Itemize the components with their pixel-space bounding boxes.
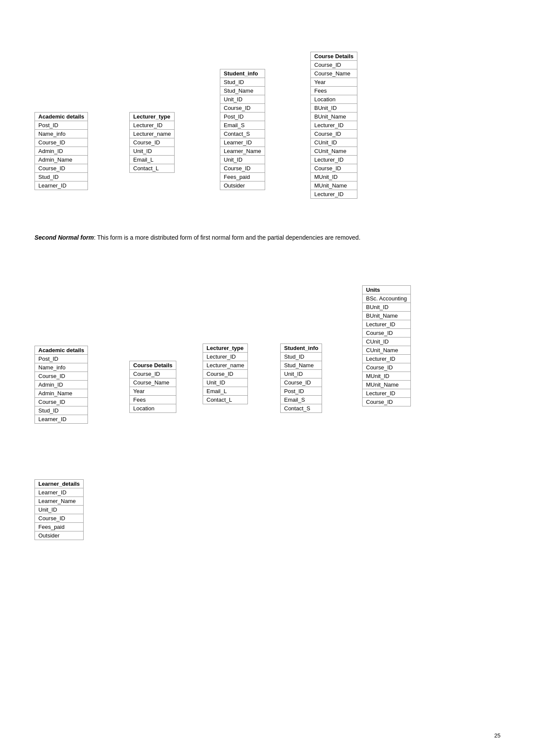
table-row: Learner_ID <box>220 138 265 147</box>
table-row: Course_ID <box>130 138 175 147</box>
table-row: Course_Name <box>311 69 357 78</box>
table-row: Course_ID <box>311 164 357 173</box>
table-row: Course_ID <box>35 164 88 173</box>
normal-form-label: Second Normal form <box>34 234 94 241</box>
table-row: Unit_ID <box>130 147 175 156</box>
s2-academic-table: Academic details Post_ID Name_info Cours… <box>34 346 88 424</box>
table-row: Course_ID <box>220 164 265 173</box>
s1-student-header: Student_info <box>220 69 265 78</box>
table-row: Email_L <box>203 387 248 396</box>
table-row: Admin_ID <box>35 147 88 156</box>
table-row: Lecturer_ID <box>203 353 248 361</box>
s1-course-header: Course Details <box>311 52 357 61</box>
s1-academic-table: Academic details Post_ID Name_info Cours… <box>34 112 88 190</box>
table-row: Unit_ID <box>203 378 248 387</box>
section2-layout: Academic details Post_ID Name_info Cours… <box>34 259 501 466</box>
table-row: Stud_ID <box>35 173 88 181</box>
table-row: Stud_ID <box>281 353 322 361</box>
table-row: BUnit_ID <box>363 303 411 312</box>
table-row: Post_ID <box>281 387 322 396</box>
s2-course-table: Course Details Course_ID Course_Name Yea… <box>129 361 176 413</box>
table-row: Lecturer_ID <box>311 156 357 164</box>
s2-lecturer-table: Lecturer_type Lecturer_ID Lecturer_name … <box>203 344 248 404</box>
s2-units-header: Units <box>363 286 411 294</box>
table-row: Contact_L <box>203 396 248 404</box>
table-row: Lecturer_ID <box>130 121 175 130</box>
table-row: MUnit_ID <box>363 372 411 381</box>
table-row: Lecturer_ID <box>311 121 357 130</box>
table-row: Outsider <box>220 181 265 190</box>
table-row: Stud_Name <box>281 361 322 370</box>
table-row: Contact_S <box>220 130 265 138</box>
table-row: MUnit_ID <box>311 173 357 181</box>
table-row: CUnit_Name <box>363 346 411 355</box>
table-row: Contact_S <box>281 404 322 413</box>
table-row: Course_ID <box>35 514 84 523</box>
table-row: Admin_ID <box>35 381 88 389</box>
table-row: Lecturer_ID <box>363 355 411 363</box>
table-row: Course_ID <box>311 130 357 138</box>
table-row: Fees_paid <box>35 523 84 531</box>
s1-academic-header: Academic details <box>35 112 88 121</box>
table-row: Year <box>311 78 357 87</box>
table-row: Unit_ID <box>281 370 322 378</box>
table-row: Unit_ID <box>220 95 265 104</box>
table-row: Location <box>311 95 357 104</box>
section1-layout: Academic details Post_ID Name_info Cours… <box>34 26 501 220</box>
s2-student-table: Student_info Stud_ID Stud_Name Unit_ID C… <box>280 344 322 413</box>
table-row: Course_ID <box>130 370 176 378</box>
s1-course-table: Course Details Course_ID Course_Name Yea… <box>310 52 357 199</box>
table-row: Course_ID <box>363 363 411 372</box>
table-row: CUnit_ID <box>363 337 411 346</box>
s2-units-table: Units BSc. Accounting BUnit_ID BUnit_Nam… <box>362 285 411 406</box>
learner-details-header: Learner_details <box>35 480 84 488</box>
s1-lecturer-table: Lecturer_type Lecturer_ID Lecturer_name … <box>129 112 175 173</box>
s2-student-header: Student_info <box>281 344 322 353</box>
table-row: Outsider <box>35 531 84 540</box>
table-row: Course_Name <box>130 378 176 387</box>
table-row: Course_ID <box>281 378 322 387</box>
s1-student-table: Student_info Stud_ID Stud_Name Unit_ID C… <box>220 69 265 190</box>
table-row: Name_info <box>35 363 88 372</box>
table-row: Stud_ID <box>35 406 88 415</box>
table-row: Course_ID <box>203 370 248 378</box>
table-row: Location <box>130 404 176 413</box>
table-row: MUnit_Name <box>311 181 357 190</box>
s2-course-header: Course Details <box>130 361 176 370</box>
table-row: Admin_Name <box>35 389 88 398</box>
table-row: Learner_ID <box>35 181 88 190</box>
page-number: 25 <box>494 732 501 739</box>
table-row: Learner_Name <box>220 147 265 156</box>
table-row: Learner_ID <box>35 488 84 497</box>
table-row: Email_S <box>220 121 265 130</box>
table-row: Stud_ID <box>220 78 265 87</box>
table-row: Lecturer_ID <box>363 320 411 329</box>
page: Academic details Post_ID Name_info Cours… <box>0 0 535 756</box>
table-row: CUnit_ID <box>311 138 357 147</box>
table-row: Fees <box>311 87 357 95</box>
table-row: BUnit_Name <box>363 312 411 320</box>
table-row: Lecturer_ID <box>363 389 411 398</box>
s2-academic-header: Academic details <box>35 346 88 355</box>
table-row: Course_ID <box>363 329 411 337</box>
table-row: BSc. Accounting <box>363 294 411 303</box>
normal-form-body: : This form is a more distributed form o… <box>94 234 360 241</box>
learner-details-section: Learner_details Learner_ID Learner_Name … <box>34 479 501 540</box>
normal-form-description: Second Normal form: This form is a more … <box>34 233 501 242</box>
s1-lecturer-header: Lecturer_type <box>130 112 175 121</box>
table-row: Course_ID <box>35 398 88 406</box>
table-row: Unit_ID <box>220 156 265 164</box>
table-row: Learner_ID <box>35 415 88 424</box>
s2-lecturer-header: Lecturer_type <box>203 344 248 353</box>
table-row: Email_S <box>281 396 322 404</box>
table-row: BUnit_Name <box>311 112 357 121</box>
table-row: Unit_ID <box>35 506 84 514</box>
table-row: Email_L <box>130 156 175 164</box>
table-row: Contact_L <box>130 164 175 173</box>
table-row: Course_ID <box>311 61 357 69</box>
table-row: Fees <box>130 396 176 404</box>
table-row: Lecturer_name <box>203 361 248 370</box>
table-row: BUnit_ID <box>311 104 357 112</box>
table-row: Admin_Name <box>35 156 88 164</box>
table-row: Learner_Name <box>35 497 84 506</box>
